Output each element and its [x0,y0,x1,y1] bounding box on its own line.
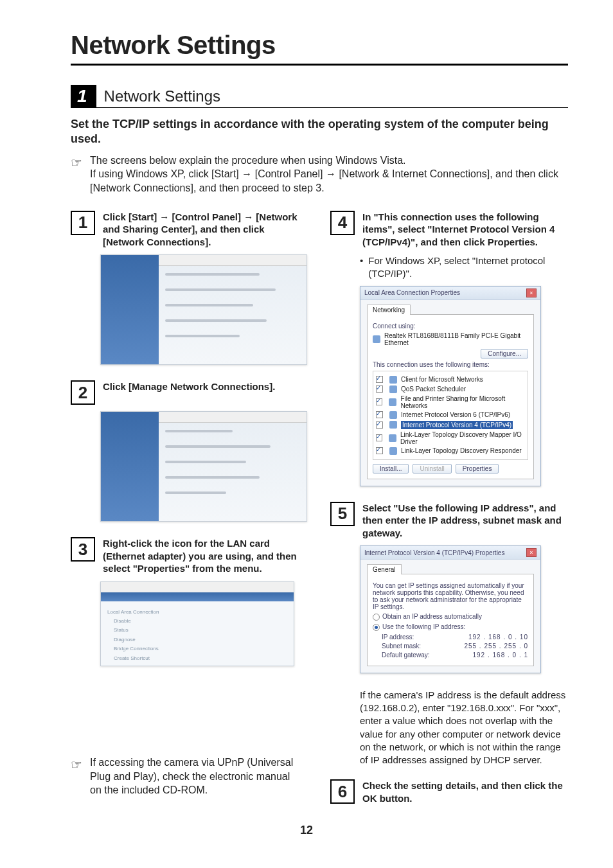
checkbox-icon [376,434,382,441]
radio-icon [373,614,380,621]
page-number: 12 [0,824,613,837]
section-number: 1 [71,85,96,108]
mask-value: 255 . 255 . 255 . 0 [464,642,528,650]
dlg4-adapter: Realtek RTL8168B/8111B Family PCI-E Giga… [384,332,528,346]
checkbox-icon [376,376,383,383]
dlg4-connect-label: Connect using: [373,323,528,330]
step-4-text: In "This connection uses the following i… [362,211,568,249]
step-1: 1 Click [Start] → [Control Panel] → [Net… [71,211,308,249]
dialog-ipv4-properties: Internet Protocol Version 4 (TCP/IPv4) P… [360,545,541,673]
dlg4-uses-label: This connection uses the following items… [373,361,528,368]
gateway-label: Default gateway: [382,651,430,659]
checkbox-icon [376,398,382,405]
mask-label: Subnet mask: [382,642,421,650]
section-label: Network Settings [96,85,568,108]
intro-note-text: The screens below explain the procedure … [90,154,568,195]
left-column: 1 Click [Start] → [Control Panel] → [Net… [71,211,308,811]
step-2: 2 Click [Manage Network Connections]. [71,380,308,405]
step-3-text: Right-click the icon for the LAN card (E… [103,537,308,575]
dlg4-item-0: Client for Microsoft Networks [401,376,483,383]
pointing-hand-icon: ☞ [71,756,82,797]
step-1-text: Click [Start] → [Control Panel] → [Netwo… [103,211,308,249]
install-button: Install... [373,464,409,474]
checkbox-icon [376,411,383,418]
pointing-hand-icon: ☞ [71,154,82,195]
dialog4-tab: Networking [367,305,411,315]
close-icon: × [526,548,537,557]
page-title: Network Settings [71,31,568,60]
step-2-text: Click [Manage Network Connections]. [103,380,275,405]
step-4-bullet-text: For Windows XP, select "Internet protoco… [368,254,568,281]
screenshot-step-1 [100,254,307,365]
dialog-connection-properties: Local Area Connection Properties × Netwo… [360,286,541,486]
upnp-note-text: If accessing the camera via UPnP (Univer… [90,756,302,797]
dlg4-item-1: QoS Packet Scheduler [401,385,466,393]
step-number-4: 4 [330,211,355,235]
ip-value: 192 . 168 . 0 . 10 [468,633,528,641]
adapter-icon [373,335,380,343]
screenshot-step-2 [100,411,307,522]
dlg4-item-4: Internet Protocol Version 4 (TCP/IPv4) [401,421,513,429]
checkbox-icon [376,385,383,393]
configure-button: Configure... [481,349,528,359]
section-heading: 1 Network Settings [71,85,568,108]
uninstall-button: Uninstall [413,464,451,474]
step-5: 5 Select "Use the following IP address",… [330,502,568,540]
ip-label: IP address: [382,633,414,641]
dlg4-item-5: Link-Layer Topology Discovery Mapper I/O… [400,431,525,445]
section-subtitle: Set the TCP/IP settings in accordance wi… [71,117,568,147]
dlg5-blurb: You can get IP settings assigned automat… [373,582,528,610]
step-number-1: 1 [71,211,95,235]
close-icon: × [526,288,537,297]
gateway-value: 192 . 168 . 0 . 1 [473,651,529,659]
step-number-5: 5 [330,502,355,526]
right-column: 4 In "This connection uses the following… [330,211,568,811]
step-5-paragraph: If the camera's IP address is the defaul… [360,689,568,767]
step-number-3: 3 [71,537,95,562]
dialog4-title: Local Area Connection Properties [364,289,460,296]
dlg5-r1: Obtain an IP address automatically [382,613,482,620]
step-5-text: Select "Use the following IP address", a… [362,502,568,540]
step-4: 4 In "This connection uses the following… [330,211,568,249]
screenshot-step-3: Local Area Connection Disable Status Dia… [100,581,294,666]
step-number-2: 2 [71,380,95,405]
dlg5-r2: Use the following IP address: [382,623,465,630]
checkbox-icon [376,447,383,454]
intro-note: ☞ The screens below explain the procedur… [71,154,568,195]
step-6-text: Check the setting details, and then clic… [362,779,568,804]
dlg4-item-6: Link-Layer Topology Discovery Responder [401,447,522,454]
step-3: 3 Right-click the icon for the LAN card … [71,537,308,575]
title-rule [71,64,568,66]
dlg4-item-2: File and Printer Sharing for Microsoft N… [400,395,525,409]
step-6: 6 Check the setting details, and then cl… [330,779,568,804]
step-4-bullet: • For Windows XP, select "Internet proto… [360,254,568,281]
checkbox-icon [376,421,383,429]
upnp-note: ☞ If accessing the camera via UPnP (Univ… [71,756,302,797]
dialog5-title: Internet Protocol Version 4 (TCP/IPv4) P… [364,549,504,556]
radio-selected-icon [373,624,380,631]
dlg4-item-3: Internet Protocol Version 6 (TCP/IPv6) [401,411,510,418]
step-number-6: 6 [330,779,355,804]
properties-button: Properties [456,464,499,474]
dialog5-tab: General [367,564,402,574]
